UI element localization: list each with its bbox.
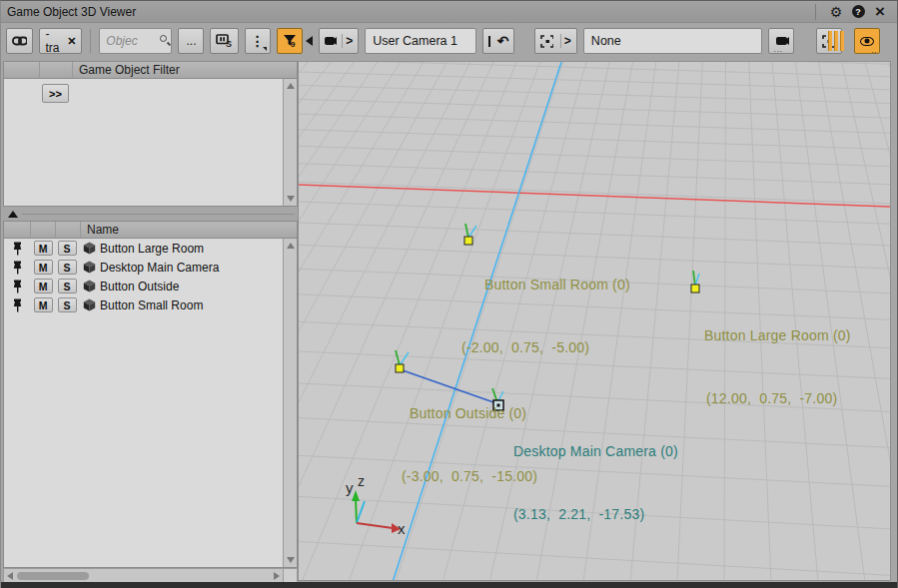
close-button[interactable]: ×	[869, 3, 891, 21]
cube-icon	[83, 298, 96, 311]
reset-camera-button[interactable]: ↶	[482, 28, 514, 54]
game-object-filter-panel: Game Object Filter >>	[3, 61, 298, 207]
game-objects-list-panel: Name M S	[3, 221, 298, 568]
table-row[interactable]: M S Desktop Main Camera	[4, 258, 297, 277]
solo-button[interactable]: S	[58, 297, 77, 312]
eye-ellipsis-icon: ..	[872, 49, 877, 52]
filter-header-title: Game Object Filter	[73, 63, 180, 77]
dropdown-corner-icon	[263, 47, 267, 51]
video-camera-icon	[776, 37, 787, 45]
camera-ellipsis-icon: ...	[773, 49, 783, 51]
target-combobox[interactable]: None	[583, 28, 763, 54]
object-name-cell: Button Large Room	[79, 242, 204, 256]
mute-button[interactable]: M	[34, 241, 53, 256]
stream-settings-button[interactable]: S	[210, 28, 238, 54]
hscroll-track[interactable]	[3, 568, 284, 583]
origin-gizmo	[352, 490, 401, 533]
mute-button[interactable]: M	[34, 297, 53, 312]
filter-vertical-scrollbar[interactable]	[283, 79, 297, 206]
pin-cell[interactable]	[4, 280, 31, 294]
pin-icon	[12, 298, 23, 312]
pin-cell[interactable]	[4, 242, 31, 256]
window-title: Game Object 3D Viewer	[7, 5, 136, 19]
camera-select-button[interactable]: >	[319, 28, 359, 54]
solo-button[interactable]: S	[58, 241, 77, 256]
clear-filter-icon[interactable]: ✕	[67, 35, 76, 48]
scroll-up-arrow[interactable]	[287, 243, 295, 249]
object-name: Desktop Main Camera	[100, 261, 219, 275]
pin-column-header	[4, 222, 31, 238]
window-bottom-border	[1, 582, 897, 588]
filter-text: -tra	[45, 27, 62, 55]
settings-gear-button[interactable]: ⚙	[825, 3, 847, 21]
mute-cell: M	[31, 260, 55, 275]
pin-icon	[12, 242, 23, 256]
gizmo-z-axis	[695, 274, 699, 286]
mute-button[interactable]: M	[34, 260, 53, 275]
scroll-left-arrow[interactable]	[7, 572, 13, 580]
gizmo-y-axis	[396, 350, 400, 365]
filter-text-button[interactable]: -tra ✕	[39, 28, 82, 54]
viewport-3d[interactable]: Button Small Room (0) (-2.00, 0.75, -5.0…	[298, 61, 891, 581]
toolbar-separator	[90, 29, 91, 53]
camera-combobox[interactable]: User Camera 1	[365, 28, 476, 54]
frame-target-button[interactable]: >	[534, 28, 577, 54]
object-label: Button Large Room (0)	[704, 325, 851, 346]
vertical-dots-icon: ⋮	[251, 34, 265, 48]
scroll-down-arrow[interactable]	[287, 557, 295, 563]
solo-button[interactable]: S	[58, 279, 77, 294]
game-object-3d-viewer-window: Game Object 3D Viewer ⚙ ? × -tra ✕ ...	[0, 0, 898, 588]
splitter-line	[22, 214, 295, 215]
object-marker[interactable]	[691, 285, 699, 293]
solo-button[interactable]: S	[58, 260, 77, 275]
filter-toggle-button[interactable]: 9	[277, 28, 303, 54]
visibility-toggle-button[interactable]: ..	[854, 28, 880, 54]
scroll-right-arrow[interactable]	[274, 572, 280, 580]
filter-expand-button[interactable]: >>	[42, 84, 69, 103]
cube-icon	[83, 280, 96, 293]
filter-panel-header: Game Object Filter	[4, 62, 297, 79]
splitter-arrow-icon[interactable]	[8, 211, 18, 218]
cube-icon	[83, 261, 96, 274]
table-row[interactable]: M S Button Small Room	[4, 295, 297, 314]
mute-button[interactable]: M	[34, 279, 53, 294]
objects-horizontal-scrollbar[interactable]	[3, 568, 298, 583]
objects-vertical-scrollbar[interactable]	[283, 239, 297, 567]
lock-view-button[interactable]	[816, 28, 842, 54]
hscroll-thumb[interactable]	[17, 572, 89, 580]
panel-splitter[interactable]	[3, 207, 298, 221]
link-selection-button[interactable]	[6, 28, 33, 54]
table-row[interactable]: M S Button Outside	[4, 277, 297, 295]
close-icon: ×	[875, 3, 885, 20]
camera-view-button[interactable]: ...	[768, 28, 794, 54]
menu-dots-button[interactable]: ⋮	[245, 28, 271, 54]
titlebar: Game Object 3D Viewer ⚙ ? ×	[1, 1, 897, 23]
target-combobox-value: None	[591, 34, 621, 48]
filter-header-cell-1	[4, 62, 40, 78]
panel-collapse-arrow[interactable]	[306, 36, 313, 46]
svg-text:S: S	[226, 39, 232, 48]
reset-bar-icon	[488, 36, 489, 47]
mute-cell: M	[31, 279, 55, 294]
origin-z-axis	[357, 501, 365, 523]
help-icon: ?	[852, 5, 865, 18]
chevron-right-icon: >	[342, 34, 353, 48]
more-options-button[interactable]: ...	[178, 28, 204, 54]
help-button[interactable]: ?	[847, 3, 869, 21]
main-area: Game Object Filter >>	[1, 59, 897, 583]
pin-cell[interactable]	[4, 261, 31, 275]
toolbar: -tra ✕ ... S ⋮ 9	[1, 23, 897, 59]
objects-rows: M S Button Large Room	[4, 239, 297, 567]
table-row[interactable]: M S Button Large Room	[4, 239, 297, 258]
object-coords: (-2.00, 0.75, -5.00)	[461, 337, 630, 358]
pin-icon	[12, 261, 23, 275]
object-label: Button Small Room (0)	[484, 275, 630, 295]
undo-arrow-icon: ↶	[497, 34, 509, 48]
object-name: Button Small Room	[100, 298, 203, 312]
scroll-down-arrow[interactable]	[287, 196, 295, 202]
scroll-up-arrow[interactable]	[287, 83, 295, 89]
highlight-stripe	[840, 31, 844, 51]
pin-cell[interactable]	[4, 298, 31, 312]
ellipsis-label: ...	[186, 34, 196, 48]
object-label: Desktop Main Camera (0)	[513, 441, 678, 462]
